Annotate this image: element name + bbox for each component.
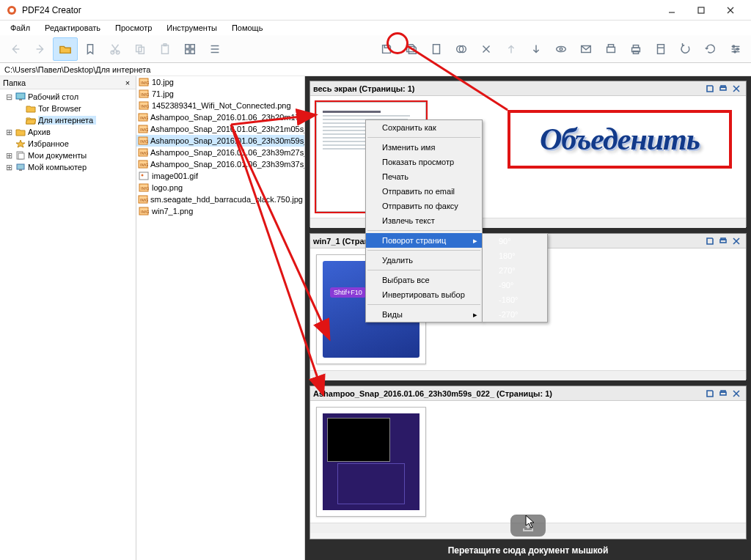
tree-twisty[interactable]: ⊞ [4, 163, 13, 172]
menu-tools[interactable]: Инструменты [159, 22, 224, 34]
tree-label: Мои документы [28, 151, 89, 160]
ctx-views[interactable]: Виды▸ [366, 307, 482, 322]
menubar: Файл Редактировать Просмотр Инструменты … [0, 21, 751, 35]
page-thumbnail[interactable] [316, 407, 426, 517]
svg-point-26 [560, 48, 563, 51]
ctx-save-as[interactable]: Сохранить как [366, 120, 482, 135]
ctx-rotate-180[interactable]: 180° [483, 248, 547, 263]
tree-twisty[interactable]: ⊟ [4, 92, 13, 102]
ctx-show-preview[interactable]: Показать просмотр [366, 155, 482, 169]
print-button[interactable] [623, 37, 648, 61]
rotate-submenu[interactable]: 90° 180° 270° -90° -180° -270° [482, 233, 548, 323]
ctx-print[interactable]: Печать [366, 169, 482, 184]
svg-rect-42 [19, 99, 22, 100]
doc-save-icon[interactable] [703, 235, 717, 247]
delete-button[interactable] [474, 37, 499, 61]
image-file-icon: IMG [138, 112, 148, 122]
file-row[interactable]: IMGsm.seagate_hdd_barracuda_black.750.jp… [136, 194, 304, 205]
nav-back-button[interactable] [3, 37, 28, 61]
doc-print-icon[interactable] [717, 235, 730, 247]
context-menu[interactable]: Сохранить как Изменить имя Показать прос… [365, 119, 483, 323]
maximize-button[interactable] [686, 2, 716, 18]
ctx-rename[interactable]: Изменить имя [366, 140, 482, 155]
merge-button[interactable] [449, 37, 474, 61]
undo-button[interactable] [673, 37, 698, 61]
ctx-rotate-n90[interactable]: -90° [483, 278, 547, 292]
bookmark-button[interactable] [78, 37, 103, 61]
ctx-rotate-270[interactable]: 270° [483, 263, 547, 278]
copy-button[interactable] [128, 37, 153, 61]
doc-close-icon[interactable] [730, 235, 743, 247]
file-row[interactable]: IMG71.jpg [136, 88, 304, 100]
file-name: Ashampoo_Snap_2016.01.06_23h39m37s_044_.… [150, 160, 304, 169]
image-file-icon: IMG [138, 77, 150, 87]
close-button[interactable] [716, 2, 745, 18]
file-row[interactable]: IMGlogo.png [136, 182, 304, 194]
tree-node[interactable]: ⊞Архив [0, 126, 136, 138]
doc-save-icon[interactable] [703, 388, 717, 399]
ctx-rotate-n270[interactable]: -270° [483, 307, 547, 322]
folder-pane-close[interactable]: × [122, 78, 133, 87]
ctx-send-fax[interactable]: Отправить по факсу [366, 199, 482, 213]
doc-save-icon[interactable] [703, 83, 717, 95]
doc-close-icon[interactable] [730, 388, 743, 399]
tree-twisty[interactable]: ⊞ [4, 151, 13, 161]
file-row[interactable]: IMGAshampoo_Snap_2016.01.06_23h20m17s_01… [136, 111, 304, 123]
nav-forward-button[interactable] [28, 37, 53, 61]
minimize-button[interactable] [657, 2, 686, 18]
ctx-send-email[interactable]: Отправить по email [366, 184, 482, 199]
upload-button[interactable] [499, 37, 524, 61]
file-name: image001.gif [152, 172, 198, 180]
settings-button[interactable] [723, 37, 748, 61]
ctx-rotate-n180[interactable]: -180° [483, 292, 547, 307]
doc-print-icon[interactable] [717, 388, 730, 399]
tree-node[interactable]: ⊟Рабочий стол [0, 91, 136, 103]
paste-button[interactable] [153, 37, 177, 61]
folder-tree[interactable]: ⊟Рабочий столTor BrowserДля интернета⊞Ар… [0, 89, 136, 174]
cut-button[interactable] [103, 37, 128, 61]
ctx-rotate-90[interactable]: 90° [483, 234, 547, 248]
file-row[interactable]: IMG10.jpg [136, 76, 304, 88]
refresh-button[interactable] [698, 37, 723, 61]
fax-button[interactable] [598, 37, 623, 61]
tree-label: Архив [28, 128, 54, 136]
preview-button[interactable] [549, 37, 574, 61]
file-row[interactable]: IMG1452389341_Wifi_Not_Connected.png [136, 100, 304, 111]
doc-print-icon[interactable] [717, 83, 730, 95]
ctx-delete[interactable]: Удалить [366, 253, 482, 268]
svg-rect-41 [16, 93, 25, 99]
file-row[interactable]: IMGAshampoo_Snap_2016.01.06_23h30m59s_02… [136, 135, 304, 147]
grid-button[interactable] [177, 37, 202, 61]
new-page-button[interactable] [424, 37, 449, 61]
tree-node[interactable]: Для интернета [0, 114, 136, 126]
file-row[interactable]: IMGAshampoo_Snap_2016.01.06_23h39m37s_04… [136, 158, 304, 170]
list-button[interactable] [202, 37, 227, 61]
tree-node[interactable]: Избранное [0, 138, 136, 150]
tree-node[interactable]: Tor Browser [0, 103, 136, 114]
download-button[interactable] [524, 37, 549, 61]
menu-file[interactable]: Файл [3, 22, 37, 34]
tree-node[interactable]: ⊞Мой компьютер [0, 161, 136, 173]
tree-label: Избранное [28, 139, 72, 148]
file-name: win7_1.png [152, 207, 193, 215]
ctx-rotate-pages[interactable]: Поворот страниц ▸ 90° 180° 270° -90° -18… [366, 233, 482, 248]
menu-help[interactable]: Помощь [224, 22, 271, 34]
open-folder-button[interactable] [53, 37, 78, 61]
doc-close-icon[interactable] [730, 83, 743, 95]
file-row[interactable]: image001.gif [136, 170, 304, 182]
menu-edit[interactable]: Редактировать [37, 22, 108, 34]
drop-zone-hint: Перетащите сюда документ мышкой [305, 545, 751, 556]
ctx-extract-text[interactable]: Извлечь текст [366, 213, 482, 228]
file-list[interactable]: IMG10.jpgIMG71.jpgIMG1452389341_Wifi_Not… [136, 76, 304, 217]
file-row[interactable]: IMGwin7_1.png [136, 205, 304, 217]
file-row[interactable]: IMGAshampoo_Snap_2016.01.06_23h21m05s_01… [136, 123, 304, 135]
ctx-select-all[interactable]: Выбрать все [366, 273, 482, 287]
menu-view[interactable]: Просмотр [108, 22, 159, 34]
ctx-invert-selection[interactable]: Инвертировать выбор [366, 287, 482, 302]
calc-button[interactable] [648, 37, 673, 61]
email-button[interactable] [574, 37, 598, 61]
tree-node[interactable]: ⊞Мои документы [0, 150, 136, 161]
file-row[interactable]: IMGAshampoo_Snap_2016.01.06_23h39m27s_04… [136, 147, 304, 158]
tree-twisty[interactable]: ⊞ [4, 128, 13, 137]
tree-label: Для интернета [38, 116, 96, 125]
